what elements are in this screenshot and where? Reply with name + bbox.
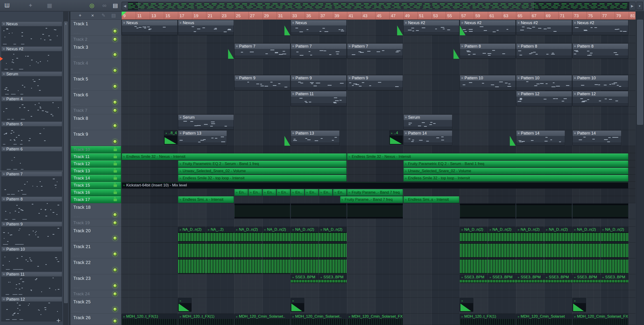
audio-clip[interactable]: »NA_D..n(2) — [319, 227, 346, 242]
lock-icon[interactable] — [114, 177, 117, 180]
track-lane-25[interactable] — [122, 298, 636, 314]
audio-clip[interactable]: »NA_D..n(2) — [234, 227, 262, 242]
vscroll-thumb[interactable] — [637, 20, 643, 125]
mute-led[interactable] — [113, 124, 117, 128]
pattern-clip[interactable]: ≡Pattern 7 — [291, 43, 346, 58]
automation-clip[interactable]: ≈Endless Smi..s - Intensit — [404, 196, 459, 203]
track-header-7[interactable]: Track 7 — [71, 107, 121, 114]
audio-clip[interactable]: »SSE3..BPM — [291, 275, 318, 283]
track-header-15[interactable]: Track 15 — [71, 182, 121, 189]
pattern-thumbnail[interactable] — [1, 252, 62, 271]
pattern-thumbnail[interactable] — [1, 101, 62, 121]
audio-clip[interactable]: »NA_D..n(2) — [516, 227, 544, 242]
mute-led[interactable] — [113, 37, 117, 41]
audio-clip-waveform-segment[interactable] — [544, 259, 572, 274]
pattern-thumbnail[interactable] — [1, 126, 62, 146]
audio-clip-waveform-segment[interactable] — [460, 259, 488, 274]
automation-ramp-clip[interactable] — [510, 136, 516, 146]
lock-icon[interactable] — [114, 156, 117, 158]
pattern-item-header[interactable]: ≡Pattern 4 — [1, 97, 62, 101]
track-header-17[interactable]: Track 17 — [71, 196, 121, 203]
audio-clip-waveform-segment[interactable] — [234, 243, 262, 258]
mute-led[interactable] — [113, 68, 117, 73]
audio-clip-waveform-segment[interactable] — [178, 259, 206, 274]
track-lane-10[interactable] — [122, 146, 636, 153]
audio-clip-small[interactable]: » — [178, 298, 192, 312]
automation-clip[interactable]: ≈En.. — [276, 189, 290, 196]
timeline-ruler[interactable]: 9111315171921232527293133353739414345474… — [122, 12, 636, 20]
audio-clip-waveform-segment[interactable] — [206, 243, 234, 258]
track-header-22[interactable]: Track 22.... — [71, 258, 121, 274]
pattern-clip[interactable]: ≡Serum — [404, 114, 452, 130]
audio-clip[interactable]: »SSE3..BPM — [544, 275, 572, 283]
pattern-clip[interactable]: ≡Serum — [178, 114, 234, 130]
add-pattern-button[interactable]: + — [56, 317, 60, 324]
audio-clip[interactable]: »NA_D..n(2) — [572, 227, 600, 242]
pattern-clip[interactable]: ≡Pattern 13 — [178, 130, 227, 145]
pattern-clip[interactable]: ≡Pattern 13 — [291, 130, 340, 145]
mute-led[interactable] — [113, 292, 117, 296]
audio-clip-dark-segment[interactable] — [572, 203, 628, 219]
pattern-clip[interactable]: ≡Pattern 12 — [516, 91, 572, 106]
pattern-item-header[interactable]: ≡Serum — [1, 71, 62, 76]
mute-led[interactable] — [113, 108, 117, 112]
pattern-thumbnail[interactable] — [1, 152, 62, 171]
track-header-19[interactable]: Track 19 — [71, 219, 121, 227]
automation-clip[interactable]: ≈En.. — [291, 189, 304, 196]
pattern-thumbnail[interactable] — [1, 277, 62, 296]
pattern-clip[interactable]: ≡Nexus #2 — [572, 20, 628, 35]
audio-clip[interactable]: »MDH_120_Cmin_Solarset_FX(1) — [572, 314, 628, 325]
star-icon[interactable]: ✦ — [28, 2, 33, 8]
audio-clip[interactable]: »NA_D..n(2) — [178, 227, 206, 242]
pattern-clip[interactable]: ≡Nexus #2 — [404, 20, 459, 35]
pattern-clip[interactable]: ≡Nexus — [122, 20, 178, 35]
track-header-3[interactable]: Track 3.... — [71, 43, 121, 59]
automation-clip[interactable]: ≈En.. — [333, 189, 346, 196]
pattern-clip[interactable]: ≡Pattern 7 — [347, 43, 403, 58]
track-header-21[interactable]: Track 21.... — [71, 243, 121, 258]
snap-magnet-icon[interactable]: ◎ — [90, 2, 94, 8]
track-header-26[interactable]: Track 26 — [71, 314, 121, 325]
view-options-button[interactable]: ▾ — [636, 2, 643, 10]
automation-clip[interactable]: ≈En.. — [319, 189, 332, 196]
pattern-picker-scrollbar[interactable]: ‖ — [63, 12, 68, 325]
audio-clip-waveform-segment[interactable] — [178, 243, 206, 258]
automation-clip[interactable]: ≈En.. — [262, 189, 276, 196]
pattern-thumbnail[interactable] — [1, 202, 62, 221]
track-lane-2[interactable] — [122, 35, 636, 43]
audio-clip-dark-segment[interactable] — [460, 203, 516, 219]
audio-clip[interactable]: »NA_D..n(2) — [544, 227, 572, 242]
add-icon[interactable]: + — [79, 13, 82, 18]
mute-led[interactable] — [113, 84, 117, 88]
automation-clip[interactable]: ≈Fruity Parame..- Band 7 freq — [340, 196, 403, 203]
mute-led[interactable] — [113, 52, 117, 57]
track-header-13[interactable]: Track 13 — [71, 167, 121, 175]
automation-ramp-clip[interactable] — [460, 25, 466, 35]
audio-clip[interactable]: »MDH_120..t_FX(1) — [178, 314, 234, 325]
audio-clip-waveform-segment[interactable] — [291, 259, 318, 274]
audio-clip-waveform-segment[interactable] — [234, 259, 262, 274]
pattern-picker-scroll-thumb[interactable]: ‖ — [64, 21, 68, 303]
audio-clip-waveform-segment[interactable] — [516, 243, 544, 258]
pattern-clip[interactable]: ≡Pattern 11 — [291, 91, 346, 106]
automation-clip[interactable]: ≈Fruity Parame..- Band 7 freq — [347, 189, 403, 196]
lock-icon[interactable] — [114, 170, 117, 173]
track-header-14[interactable]: Track 14 — [71, 175, 121, 182]
pattern-clip[interactable]: ≡Pattern 8 — [516, 43, 572, 58]
track-header-16[interactable]: Track 16 — [71, 189, 121, 196]
audio-clip-waveform-segment[interactable] — [319, 259, 346, 274]
audio-clip-small[interactable]: » — [572, 298, 586, 312]
audio-clip-waveform-segment[interactable] — [600, 259, 628, 274]
audio-clip-waveform-segment[interactable] — [262, 259, 290, 274]
track-header-6[interactable]: Track 6.... — [71, 91, 121, 107]
song-overview-strip[interactable] — [128, 2, 629, 10]
track-lane-19[interactable] — [122, 219, 636, 227]
audio-clip-waveform-segment[interactable] — [488, 259, 516, 274]
pattern-clip[interactable]: ≡Pattern 9 — [291, 75, 346, 90]
automation-ramp-clip[interactable] — [397, 25, 403, 35]
audio-clip-waveform-segment[interactable] — [516, 259, 544, 274]
track-header-2[interactable]: Track 2 — [71, 35, 121, 43]
audio-clip[interactable]: »NA_..2) — [206, 227, 234, 242]
pattern-item-header[interactable]: ≡Pattern 7 — [1, 172, 62, 177]
automation-clip[interactable]: ≈En.. — [305, 189, 318, 196]
